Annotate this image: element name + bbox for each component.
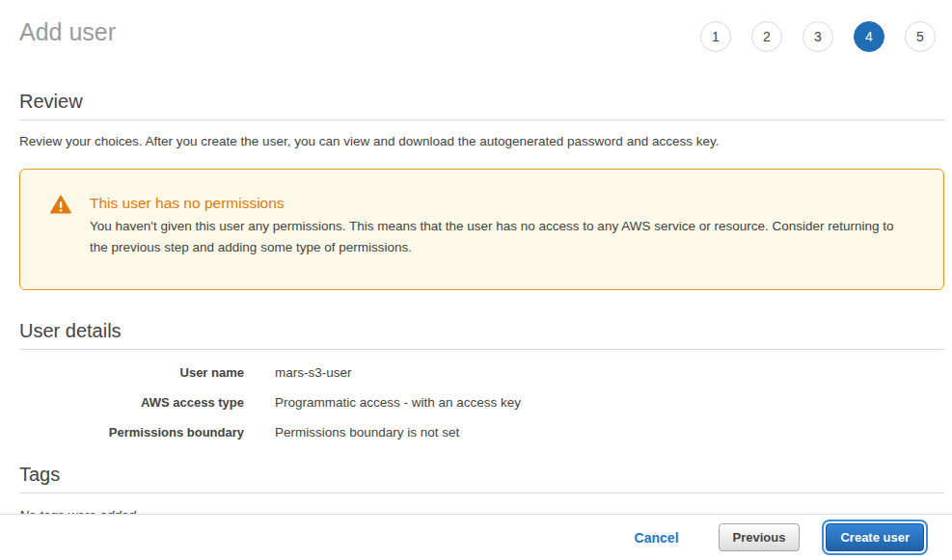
detail-label: User name (19, 365, 244, 380)
step-indicator-2[interactable]: 2 (751, 21, 782, 52)
warning-title: This user has no permissions (90, 194, 914, 213)
wizard-footer: Cancel Previous Create user (0, 514, 952, 560)
user-details-heading: User details (19, 320, 944, 350)
user-details-list: User name mars-s3-user AWS access type P… (19, 350, 944, 440)
step-indicator-3[interactable]: 3 (802, 21, 833, 52)
detail-value: Programmatic access - with an access key (275, 395, 944, 410)
review-heading: Review (19, 91, 944, 120)
warning-triangle-icon (50, 195, 71, 218)
previous-button[interactable]: Previous (719, 523, 801, 551)
cancel-link[interactable]: Cancel (635, 530, 679, 546)
step-indicator: 1 2 3 4 5 (700, 21, 936, 52)
detail-value: mars-s3-user (275, 365, 944, 380)
warning-text-block: This user has no permissions You haven't… (90, 194, 914, 257)
detail-row-permissions-boundary: Permissions boundary Permissions boundar… (19, 425, 944, 440)
detail-label: Permissions boundary (19, 425, 244, 440)
step-indicator-1[interactable]: 1 (700, 21, 731, 52)
warning-body: You haven't given this user any permissi… (90, 216, 914, 257)
detail-value: Permissions boundary is not set (275, 425, 944, 440)
step-indicator-4-active[interactable]: 4 (854, 21, 884, 52)
wizard-content: Review Review your choices. After you cr… (19, 91, 944, 522)
wizard-header: Add user 1 2 3 4 5 (0, 0, 952, 52)
no-permissions-warning-banner: This user has no permissions You haven't… (19, 169, 944, 290)
detail-row-user-name: User name mars-s3-user (19, 365, 944, 380)
review-description: Review your choices. After you create th… (19, 120, 944, 150)
detail-row-access-type: AWS access type Programmatic access - wi… (19, 395, 944, 410)
tags-heading: Tags (19, 464, 944, 493)
page-title: Add user (19, 17, 116, 46)
detail-label: AWS access type (19, 395, 244, 410)
step-indicator-5[interactable]: 5 (905, 21, 936, 52)
create-user-button[interactable]: Create user (826, 523, 924, 551)
